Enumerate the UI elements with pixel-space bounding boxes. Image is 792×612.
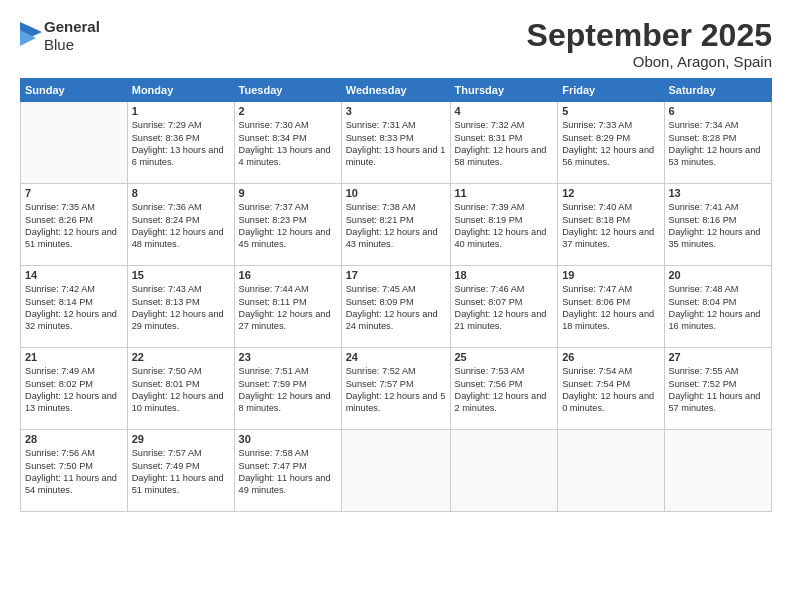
day-info: Sunrise: 7:50 AM Sunset: 8:01 PM Dayligh… [132,365,230,415]
col-sunday: Sunday [21,79,128,102]
day-info: Sunrise: 7:48 AM Sunset: 8:04 PM Dayligh… [669,283,768,333]
page: General Blue September 2025 Obon, Aragon… [0,0,792,612]
day-info: Sunrise: 7:54 AM Sunset: 7:54 PM Dayligh… [562,365,659,415]
table-row: 22Sunrise: 7:50 AM Sunset: 8:01 PM Dayli… [127,348,234,430]
day-info: Sunrise: 7:58 AM Sunset: 7:47 PM Dayligh… [239,447,337,497]
day-info: Sunrise: 7:32 AM Sunset: 8:31 PM Dayligh… [455,119,554,169]
col-friday: Friday [558,79,664,102]
col-wednesday: Wednesday [341,79,450,102]
table-row: 7Sunrise: 7:35 AM Sunset: 8:26 PM Daylig… [21,184,128,266]
table-row: 17Sunrise: 7:45 AM Sunset: 8:09 PM Dayli… [341,266,450,348]
table-row: 10Sunrise: 7:38 AM Sunset: 8:21 PM Dayli… [341,184,450,266]
table-row: 19Sunrise: 7:47 AM Sunset: 8:06 PM Dayli… [558,266,664,348]
day-number: 19 [562,269,659,281]
day-number: 11 [455,187,554,199]
day-number: 6 [669,105,768,117]
day-number: 22 [132,351,230,363]
day-number: 27 [669,351,768,363]
day-info: Sunrise: 7:47 AM Sunset: 8:06 PM Dayligh… [562,283,659,333]
table-row: 5Sunrise: 7:33 AM Sunset: 8:29 PM Daylig… [558,102,664,184]
day-number: 25 [455,351,554,363]
day-info: Sunrise: 7:33 AM Sunset: 8:29 PM Dayligh… [562,119,659,169]
day-number: 2 [239,105,337,117]
table-row: 20Sunrise: 7:48 AM Sunset: 8:04 PM Dayli… [664,266,772,348]
day-number: 12 [562,187,659,199]
day-number: 9 [239,187,337,199]
day-number: 1 [132,105,230,117]
day-info: Sunrise: 7:57 AM Sunset: 7:49 PM Dayligh… [132,447,230,497]
day-info: Sunrise: 7:51 AM Sunset: 7:59 PM Dayligh… [239,365,337,415]
day-number: 17 [346,269,446,281]
table-row: 9Sunrise: 7:37 AM Sunset: 8:23 PM Daylig… [234,184,341,266]
table-row: 26Sunrise: 7:54 AM Sunset: 7:54 PM Dayli… [558,348,664,430]
logo-icon [20,22,42,50]
day-info: Sunrise: 7:45 AM Sunset: 8:09 PM Dayligh… [346,283,446,333]
day-info: Sunrise: 7:30 AM Sunset: 8:34 PM Dayligh… [239,119,337,169]
day-number: 13 [669,187,768,199]
day-info: Sunrise: 7:42 AM Sunset: 8:14 PM Dayligh… [25,283,123,333]
col-saturday: Saturday [664,79,772,102]
day-number: 7 [25,187,123,199]
col-monday: Monday [127,79,234,102]
day-info: Sunrise: 7:37 AM Sunset: 8:23 PM Dayligh… [239,201,337,251]
day-number: 21 [25,351,123,363]
col-tuesday: Tuesday [234,79,341,102]
table-row: 3Sunrise: 7:31 AM Sunset: 8:33 PM Daylig… [341,102,450,184]
table-row: 27Sunrise: 7:55 AM Sunset: 7:52 PM Dayli… [664,348,772,430]
table-row: 2Sunrise: 7:30 AM Sunset: 8:34 PM Daylig… [234,102,341,184]
calendar-table: Sunday Monday Tuesday Wednesday Thursday… [20,78,772,512]
table-row: 14Sunrise: 7:42 AM Sunset: 8:14 PM Dayli… [21,266,128,348]
logo-line2: Blue [44,36,100,54]
table-row: 29Sunrise: 7:57 AM Sunset: 7:49 PM Dayli… [127,430,234,512]
day-number: 30 [239,433,337,445]
table-row: 24Sunrise: 7:52 AM Sunset: 7:57 PM Dayli… [341,348,450,430]
day-number: 10 [346,187,446,199]
day-number: 28 [25,433,123,445]
day-number: 8 [132,187,230,199]
day-number: 15 [132,269,230,281]
table-row: 18Sunrise: 7:46 AM Sunset: 8:07 PM Dayli… [450,266,558,348]
calendar-title: September 2025 [527,18,772,53]
table-row [558,430,664,512]
table-row: 30Sunrise: 7:58 AM Sunset: 7:47 PM Dayli… [234,430,341,512]
day-info: Sunrise: 7:53 AM Sunset: 7:56 PM Dayligh… [455,365,554,415]
day-info: Sunrise: 7:43 AM Sunset: 8:13 PM Dayligh… [132,283,230,333]
table-row: 28Sunrise: 7:56 AM Sunset: 7:50 PM Dayli… [21,430,128,512]
table-row: 23Sunrise: 7:51 AM Sunset: 7:59 PM Dayli… [234,348,341,430]
day-number: 26 [562,351,659,363]
day-number: 18 [455,269,554,281]
day-info: Sunrise: 7:40 AM Sunset: 8:18 PM Dayligh… [562,201,659,251]
day-number: 24 [346,351,446,363]
day-info: Sunrise: 7:39 AM Sunset: 8:19 PM Dayligh… [455,201,554,251]
day-info: Sunrise: 7:56 AM Sunset: 7:50 PM Dayligh… [25,447,123,497]
day-info: Sunrise: 7:52 AM Sunset: 7:57 PM Dayligh… [346,365,446,415]
table-row: 8Sunrise: 7:36 AM Sunset: 8:24 PM Daylig… [127,184,234,266]
table-row: 6Sunrise: 7:34 AM Sunset: 8:28 PM Daylig… [664,102,772,184]
day-number: 20 [669,269,768,281]
day-info: Sunrise: 7:49 AM Sunset: 8:02 PM Dayligh… [25,365,123,415]
day-info: Sunrise: 7:31 AM Sunset: 8:33 PM Dayligh… [346,119,446,169]
table-row: 16Sunrise: 7:44 AM Sunset: 8:11 PM Dayli… [234,266,341,348]
day-number: 5 [562,105,659,117]
day-info: Sunrise: 7:35 AM Sunset: 8:26 PM Dayligh… [25,201,123,251]
day-number: 4 [455,105,554,117]
table-row [341,430,450,512]
table-row [21,102,128,184]
table-row: 4Sunrise: 7:32 AM Sunset: 8:31 PM Daylig… [450,102,558,184]
day-info: Sunrise: 7:46 AM Sunset: 8:07 PM Dayligh… [455,283,554,333]
calendar-subtitle: Obon, Aragon, Spain [527,53,772,70]
day-number: 14 [25,269,123,281]
day-info: Sunrise: 7:41 AM Sunset: 8:16 PM Dayligh… [669,201,768,251]
day-number: 16 [239,269,337,281]
table-row: 25Sunrise: 7:53 AM Sunset: 7:56 PM Dayli… [450,348,558,430]
day-info: Sunrise: 7:55 AM Sunset: 7:52 PM Dayligh… [669,365,768,415]
logo-text: General Blue [44,18,100,54]
day-info: Sunrise: 7:34 AM Sunset: 8:28 PM Dayligh… [669,119,768,169]
day-info: Sunrise: 7:29 AM Sunset: 8:36 PM Dayligh… [132,119,230,169]
table-row: 13Sunrise: 7:41 AM Sunset: 8:16 PM Dayli… [664,184,772,266]
table-row: 11Sunrise: 7:39 AM Sunset: 8:19 PM Dayli… [450,184,558,266]
table-row [664,430,772,512]
header: General Blue September 2025 Obon, Aragon… [20,18,772,70]
day-info: Sunrise: 7:38 AM Sunset: 8:21 PM Dayligh… [346,201,446,251]
title-block: September 2025 Obon, Aragon, Spain [527,18,772,70]
